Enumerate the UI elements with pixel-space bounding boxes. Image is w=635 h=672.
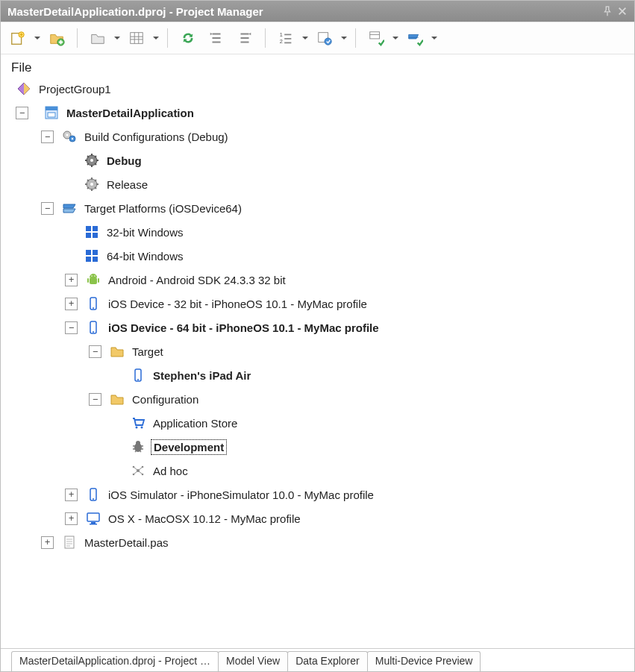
simulator-label: iOS Simulator - iPhoneSimulator 10.0 - M… — [106, 488, 376, 502]
svg-rect-29 — [93, 257, 98, 262]
buildgroups-dropdown[interactable] — [392, 35, 399, 41]
tab-model-view[interactable]: Model View — [218, 651, 288, 671]
build-config-label: Build Configurations (Debug) — [82, 130, 231, 144]
win64-label: 64-bit Windows — [104, 249, 186, 263]
node-development[interactable]: · Development — [11, 435, 634, 459]
build-dropdown[interactable] — [431, 35, 438, 41]
svg-point-36 — [93, 307, 94, 309]
node-project-group[interactable]: ProjectGroup1 — [11, 77, 634, 101]
node-ios32[interactable]: + iOS Device - 32 bit - iPhoneOS 10.1 - … — [11, 292, 634, 315]
svg-rect-3 — [131, 33, 143, 44]
collapse-button[interactable] — [204, 26, 229, 50]
expander[interactable]: − — [41, 202, 54, 215]
node-project[interactable]: − MasterDetailApplication — [11, 101, 634, 125]
node-config-folder[interactable]: − Configuration — [11, 387, 634, 411]
svg-point-51 — [93, 498, 94, 500]
svg-point-34 — [94, 275, 96, 277]
add-button[interactable] — [44, 26, 69, 50]
new-dropdown[interactable] — [34, 35, 41, 41]
expander[interactable]: + — [65, 274, 78, 286]
bottom-tabbar: MasterDetailApplication.dproj - Project … — [1, 648, 634, 671]
osx-label: OS X - MacOSX 10.12 - MyMac profile — [106, 512, 303, 526]
node-unit[interactable]: + MasterDetail.pas — [11, 530, 634, 554]
buildgroups-button[interactable] — [363, 26, 389, 50]
svg-point-7 — [325, 38, 331, 45]
node-win64[interactable]: · 64-bit Windows — [11, 244, 634, 268]
titlebar: MasterDetailApplication.dproj - Project … — [1, 1, 634, 22]
expander[interactable]: + — [65, 512, 78, 525]
expander[interactable]: + — [41, 536, 54, 549]
open-button[interactable] — [85, 26, 110, 50]
appstore-label: Application Store — [151, 416, 240, 430]
svg-rect-54 — [90, 524, 97, 525]
development-label: Development — [151, 439, 227, 455]
android-label: Android - Android SDK 24.3.3 32 bit — [106, 273, 288, 287]
svg-point-42 — [141, 427, 143, 429]
expander-none: · — [65, 179, 76, 190]
open-dropdown[interactable] — [113, 35, 121, 41]
node-build-config[interactable]: − Build Configurations (Debug) — [11, 125, 634, 148]
gears-icon — [61, 128, 78, 145]
expander-none: · — [111, 370, 122, 381]
svg-rect-53 — [91, 522, 96, 524]
unit-label: MasterDetail.pas — [82, 536, 171, 550]
toolbar: 12 — [1, 22, 634, 54]
expander[interactable]: − — [89, 345, 101, 358]
svg-point-41 — [136, 427, 138, 429]
close-icon[interactable] — [617, 6, 628, 16]
svg-rect-27 — [93, 250, 98, 255]
tab-multidevice-preview[interactable]: Multi-Device Preview — [367, 651, 481, 671]
sort-button[interactable]: 12 — [273, 26, 298, 50]
svg-rect-12 — [46, 107, 57, 110]
expander[interactable]: − — [16, 107, 28, 119]
sort-dropdown[interactable] — [301, 35, 309, 41]
views-button[interactable] — [312, 26, 337, 50]
new-button[interactable] — [5, 26, 31, 50]
tab-data-explorer[interactable]: Data Explorer — [287, 651, 368, 671]
expander[interactable]: − — [89, 393, 101, 406]
sync-button[interactable] — [175, 26, 201, 50]
ios-device-icon — [130, 367, 146, 383]
node-appstore[interactable]: · Application Store — [11, 411, 634, 435]
expander[interactable]: − — [65, 321, 78, 334]
svg-rect-55 — [65, 536, 74, 548]
gear-icon — [84, 176, 100, 192]
folder-icon — [109, 343, 125, 359]
expand-button[interactable] — [232, 26, 257, 50]
node-target-folder[interactable]: − Target — [11, 339, 634, 363]
node-adhoc[interactable]: · Ad hoc — [11, 459, 634, 483]
node-debug[interactable]: · Debug — [11, 148, 634, 172]
svg-rect-24 — [86, 233, 91, 238]
svg-point-40 — [137, 379, 139, 380]
node-android[interactable]: + Android - Android SDK 24.3.3 32 bit — [11, 268, 634, 292]
node-ios64[interactable]: − iOS Device - 64 bit - iPhoneOS 10.1 - … — [11, 315, 634, 339]
node-release[interactable]: · Release — [11, 172, 634, 196]
expander[interactable]: + — [65, 489, 78, 501]
bug-icon — [130, 439, 146, 455]
svg-rect-28 — [86, 257, 91, 262]
svg-text:1: 1 — [280, 31, 283, 38]
release-label: Release — [104, 178, 150, 192]
node-osx[interactable]: + OS X - MacOSX 10.12 - MyMac profile — [11, 506, 634, 530]
adhoc-icon — [130, 462, 146, 479]
project-tree: File ProjectGroup1 − MasterDetailApplica… — [1, 54, 634, 648]
svg-point-17 — [72, 138, 73, 139]
platforms-icon — [61, 200, 78, 216]
expander[interactable]: − — [41, 131, 54, 143]
build-button[interactable] — [402, 26, 428, 50]
node-simulator[interactable]: + iOS Simulator - iPhoneSimulator 10.0 -… — [11, 483, 634, 506]
svg-point-15 — [66, 134, 69, 136]
tab-project-manager[interactable]: MasterDetailApplication.dproj - Project … — [11, 651, 219, 671]
views-dropdown[interactable] — [340, 35, 348, 41]
svg-text:2: 2 — [280, 38, 283, 45]
win32-label: 32-bit Windows — [104, 225, 186, 239]
grid-button[interactable] — [124, 26, 149, 50]
svg-rect-26 — [86, 250, 91, 255]
grid-dropdown[interactable] — [152, 35, 160, 41]
node-target-platforms[interactable]: − Target Platforms (iOSDevice64) — [11, 196, 634, 220]
pin-icon[interactable] — [602, 6, 613, 16]
project-label: MasterDetailApplication — [64, 106, 196, 120]
expander[interactable]: + — [65, 298, 78, 310]
node-win32[interactable]: · 32-bit Windows — [11, 220, 634, 244]
node-ipad[interactable]: · Stephen's iPad Air — [11, 363, 634, 387]
